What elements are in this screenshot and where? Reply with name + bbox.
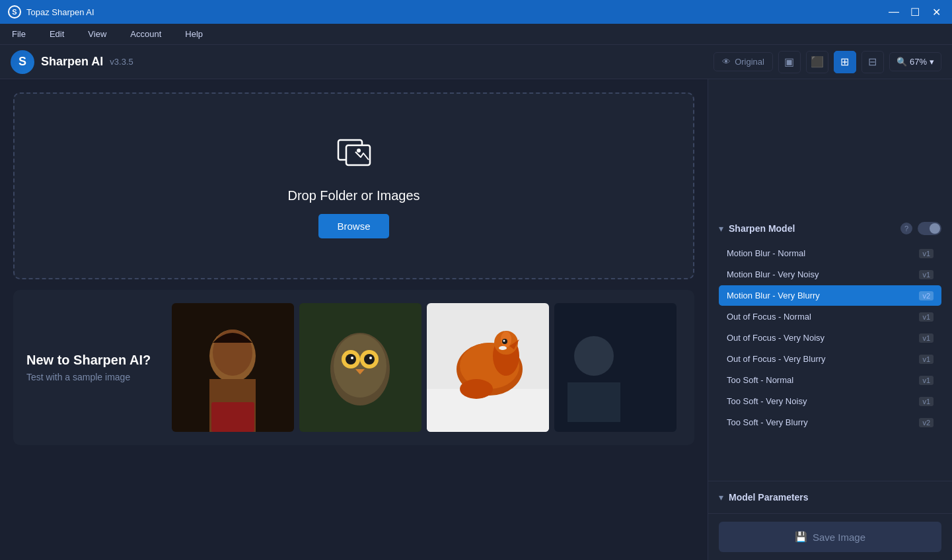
app-header-left: S Sharpen AI v3.3.5 xyxy=(11,50,133,74)
app-icon: S xyxy=(8,5,21,18)
model-name-mb-blurry: Motion Blur - Very Blurry xyxy=(727,291,919,300)
sample-image-2[interactable] xyxy=(299,303,421,432)
menu-edit[interactable]: Edit xyxy=(46,26,68,42)
drop-text: Drop Folder or Images xyxy=(287,188,420,203)
menu-help[interactable]: Help xyxy=(181,26,207,42)
zoom-chevron-icon: ▾ xyxy=(930,57,934,67)
title-bar-text: Topaz Sharpen AI xyxy=(26,7,94,17)
sharpen-model-chevron-icon[interactable]: ▾ xyxy=(719,223,723,234)
sharpen-model-title: Sharpen Model xyxy=(729,223,895,234)
model-name-ts-noisy: Too Soft - Very Noisy xyxy=(727,396,919,406)
original-button[interactable]: 👁 Original xyxy=(714,52,773,71)
model-item-ts-normal[interactable]: Too Soft - Normalv1 xyxy=(719,370,941,390)
original-label: Original xyxy=(735,57,764,67)
info-icon[interactable]: ? xyxy=(900,223,912,234)
model-parameters-header[interactable]: ▾ Model Parameters xyxy=(719,492,941,503)
grid-view-icon: ⊞ xyxy=(840,55,849,68)
model-item-oof-blurry[interactable]: Out of Focus - Very Blurryv1 xyxy=(719,349,941,369)
title-bar-left: S Topaz Sharpen AI xyxy=(8,5,94,18)
svg-point-28 xyxy=(460,379,493,399)
sample-image-4[interactable] xyxy=(554,303,677,432)
browse-button[interactable]: Browse xyxy=(318,214,388,238)
model-name-ts-blurry: Too Soft - Very Blurry xyxy=(727,417,919,427)
title-bar: S Topaz Sharpen AI — ☐ ✕ xyxy=(0,0,952,24)
view-split-button[interactable]: ⬛ xyxy=(806,51,828,73)
model-version-ts-normal: v1 xyxy=(919,376,934,385)
params-chevron-icon: ▾ xyxy=(719,492,723,503)
title-bar-controls: — ☐ ✕ xyxy=(886,4,944,20)
sample-image-1[interactable] xyxy=(172,303,294,432)
zoom-icon: 🔍 xyxy=(897,57,907,67)
content-area: Drop Folder or Images Browse New to Shar… xyxy=(0,79,708,560)
sample-subtext: Test with a sample image xyxy=(26,372,159,382)
sidebar: ▾ Sharpen Model ? Motion Blur - Normalv1… xyxy=(708,79,952,560)
svg-point-2 xyxy=(357,149,361,153)
app-header: S Sharpen AI v3.3.5 👁 Original ▣ ⬛ ⊞ ⊟ 🔍… xyxy=(0,45,952,79)
single-view-icon: ▣ xyxy=(784,55,794,68)
split-view-icon: ⬛ xyxy=(811,55,824,68)
model-version-oof-noisy: v1 xyxy=(919,333,934,343)
eye-icon: 👁 xyxy=(722,57,731,67)
model-item-oof-noisy[interactable]: Out of Focus - Very Noisyv1 xyxy=(719,328,941,348)
drop-zone[interactable]: Drop Folder or Images Browse xyxy=(13,92,694,279)
sample-image-3[interactable] xyxy=(427,303,549,432)
menu-bar: File Edit View Account Help xyxy=(0,24,952,45)
main-area: Drop Folder or Images Browse New to Shar… xyxy=(0,79,952,560)
model-name-mb-normal: Motion Blur - Normal xyxy=(727,248,919,258)
svg-point-31 xyxy=(574,336,614,376)
minimize-button[interactable]: — xyxy=(886,4,902,20)
model-name-ts-normal: Too Soft - Normal xyxy=(727,375,919,385)
model-item-ts-blurry[interactable]: Too Soft - Very Blurryv2 xyxy=(719,412,941,433)
model-list: Motion Blur - Normalv1Motion Blur - Very… xyxy=(719,243,941,433)
app-title: Sharpen AI xyxy=(41,55,103,69)
save-icon: 💾 xyxy=(795,531,807,543)
zoom-value: 67% xyxy=(910,57,927,67)
model-parameters-section: ▾ Model Parameters xyxy=(708,481,952,513)
view-grid-button[interactable]: ⊞ xyxy=(834,51,856,73)
svg-point-17 xyxy=(369,357,372,359)
sharpen-model-toggle[interactable] xyxy=(918,222,941,235)
model-item-mb-normal[interactable]: Motion Blur - Normalv1 xyxy=(719,243,941,263)
sample-section: New to Sharpen AI? Test with a sample im… xyxy=(13,290,694,445)
app-logo: S xyxy=(11,50,34,74)
svg-point-26 xyxy=(503,340,505,342)
menu-file[interactable]: File xyxy=(8,26,30,42)
svg-rect-7 xyxy=(211,402,254,432)
sample-images xyxy=(172,303,677,432)
app-version: v3.3.5 xyxy=(110,57,133,67)
menu-view[interactable]: View xyxy=(84,26,110,42)
sample-heading: New to Sharpen AI? xyxy=(26,353,159,368)
model-version-mb-normal: v1 xyxy=(919,249,934,258)
model-version-mb-blurry: v2 xyxy=(919,291,934,300)
model-parameters-title: Model Parameters xyxy=(729,492,809,503)
sample-text-area: New to Sharpen AI? Test with a sample im… xyxy=(26,353,159,382)
sidebar-scroll: ▾ Sharpen Model ? Motion Blur - Normalv1… xyxy=(708,79,952,481)
model-version-ts-noisy: v1 xyxy=(919,397,934,406)
save-image-button[interactable]: 💾 Save Image xyxy=(719,522,941,552)
model-name-mb-noisy: Motion Blur - Very Noisy xyxy=(727,269,919,279)
svg-point-27 xyxy=(499,346,507,350)
svg-rect-32 xyxy=(568,382,620,422)
view-single-button[interactable]: ▣ xyxy=(778,51,801,73)
close-button[interactable]: ✕ xyxy=(928,4,944,20)
model-version-oof-normal: v1 xyxy=(919,312,934,322)
maximize-button[interactable]: ☐ xyxy=(907,4,923,20)
app-header-right: 👁 Original ▣ ⬛ ⊞ ⊟ 🔍 67% ▾ xyxy=(714,51,941,73)
zoom-control[interactable]: 🔍 67% ▾ xyxy=(889,52,941,71)
sharpen-model-section-header: ▾ Sharpen Model ? xyxy=(719,222,941,235)
model-item-oof-normal[interactable]: Out of Focus - Normalv1 xyxy=(719,306,941,327)
model-name-oof-noisy: Out of Focus - Very Noisy xyxy=(727,333,919,343)
model-item-ts-noisy[interactable]: Too Soft - Very Noisyv1 xyxy=(719,391,941,411)
model-item-mb-blurry[interactable]: Motion Blur - Very Blurryv2 xyxy=(719,285,941,306)
model-name-oof-blurry: Out of Focus - Very Blurry xyxy=(727,354,919,364)
save-label: Save Image xyxy=(813,532,865,543)
toggle-thumb xyxy=(930,223,940,234)
svg-point-11 xyxy=(334,334,386,398)
save-btn-area: 💾 Save Image xyxy=(708,513,952,560)
view-4-button[interactable]: ⊟ xyxy=(861,51,884,73)
model-version-oof-blurry: v1 xyxy=(919,355,934,364)
model-version-ts-blurry: v2 xyxy=(919,418,934,427)
model-item-mb-noisy[interactable]: Motion Blur - Very Noisyv1 xyxy=(719,264,941,285)
menu-account[interactable]: Account xyxy=(126,26,165,42)
model-name-oof-normal: Out of Focus - Normal xyxy=(727,312,919,322)
